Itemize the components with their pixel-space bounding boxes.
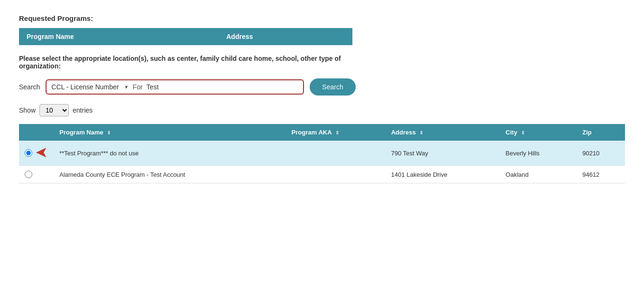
show-entries-label: Show	[19, 106, 36, 114]
col-header-city: City ⇕	[500, 124, 577, 141]
requested-programs-table: Program Name Address	[19, 28, 352, 45]
sort-icon-program-name: ⇕	[107, 130, 111, 135]
search-dropdown-wrapper: CCL - License Number Program Name Addres…	[51, 83, 129, 91]
program-name-cell: **Test Program*** do not use	[54, 141, 286, 166]
col-header-zip: Zip	[577, 124, 625, 141]
col-header-program-name: Program Name ⇕	[54, 124, 286, 141]
for-label: For	[133, 83, 142, 91]
row-radio-button[interactable]	[25, 149, 32, 157]
col-header-program-aka: Program AKA ⇕	[286, 124, 386, 141]
instruction-text: Please select the appropriate location(s…	[19, 55, 351, 70]
table-row: Alameda County ECE Program - Test Accoun…	[19, 166, 625, 183]
selection-arrow-icon: ➤	[35, 145, 48, 161]
requested-col-address: Address	[218, 28, 352, 45]
col-header-address: Address ⇕	[385, 124, 500, 141]
entries-per-page-select[interactable]: 10 25 50 100	[39, 104, 69, 116]
sort-icon-program-aka: ⇕	[335, 130, 339, 135]
address-cell: 790 Test Way	[385, 141, 500, 166]
requested-programs-section: Requested Programs: Program Name Address	[19, 14, 625, 45]
zip-cell: 94612	[577, 166, 625, 183]
city-cell: Beverly Hills	[500, 141, 577, 166]
table-row: ➤**Test Program*** do not use790 Test Wa…	[19, 141, 625, 166]
sort-icon-city: ⇕	[521, 130, 525, 135]
search-button[interactable]: Search	[310, 78, 355, 96]
results-table: Program Name ⇕ Program AKA ⇕ Address ⇕ C…	[19, 124, 625, 183]
address-cell: 1401 Lakeside Drive	[385, 166, 500, 183]
search-box-wrapper: CCL - License Number Program Name Addres…	[46, 79, 304, 95]
col-header-select	[19, 124, 54, 141]
zip-cell: 90210	[577, 141, 625, 166]
select-cell	[19, 166, 54, 183]
requested-programs-title: Requested Programs:	[19, 14, 625, 22]
program-aka-cell	[286, 166, 386, 183]
program-name-cell: Alameda County ECE Program - Test Accoun…	[54, 166, 286, 183]
search-input[interactable]	[146, 83, 298, 91]
search-type-dropdown[interactable]: CCL - License Number Program Name Addres…	[51, 83, 129, 91]
program-aka-cell	[286, 141, 386, 166]
sort-icon-address: ⇕	[419, 130, 423, 135]
row-radio-button[interactable]	[25, 171, 32, 178]
city-cell: Oakland	[500, 166, 577, 183]
entries-suffix: entries	[73, 106, 93, 114]
search-area: Search CCL - License Number Program Name…	[19, 78, 625, 96]
requested-col-program-name: Program Name	[19, 28, 218, 45]
select-cell: ➤	[19, 141, 54, 166]
show-entries-area: Show 10 25 50 100 entries	[19, 104, 625, 116]
search-area-label: Search	[19, 83, 40, 91]
